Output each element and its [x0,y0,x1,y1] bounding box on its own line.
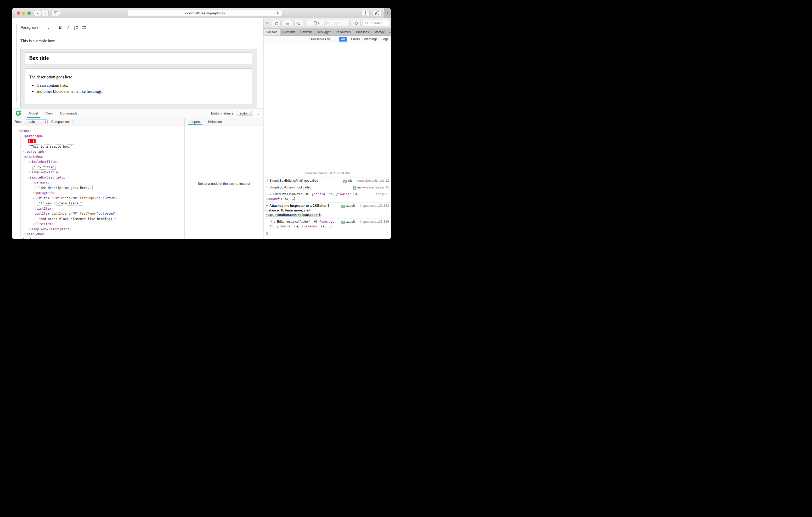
compact-text-checkbox[interactable] [74,120,77,123]
search-scope-chevron-icon: ⌄ [369,22,371,25]
detach-inspector-button[interactable] [272,20,281,26]
sidebar-icon [54,11,58,15]
devtools-tab-console[interactable]: Console [263,29,280,35]
root-select[interactable]: main ▲▼ [25,119,48,124]
new-tab-button[interactable]: + [384,8,391,18]
description-list-item[interactable]: and other block elements like headings. [36,89,248,94]
back-button[interactable]: ‹ [34,10,41,16]
paragraph-style-label: Paragraph [21,25,38,30]
devtools-search-field[interactable]: ⌄ Search [363,20,389,26]
bulleted-list-button[interactable] [80,24,88,31]
description-list-item[interactable]: It can contain lists, [36,83,248,88]
model-tag-close[interactable]: </$root> [18,237,184,239]
model-text-node[interactable]: "The description goes here." [37,185,184,191]
model-tag-open[interactable]: <$root> [18,129,184,134]
filter-option-warnings[interactable]: Warnings [364,37,377,41]
model-selection-marker[interactable]: [ ] [28,139,184,144]
model-text-node[interactable]: "This is a simple box:" [28,144,184,150]
simple-box-description[interactable]: The description goes here. It can contai… [25,68,252,104]
preserve-log-checkbox[interactable] [306,38,310,41]
model-tag-close[interactable]: </simpleBox> [23,232,184,237]
preserve-log-control[interactable]: Preserve Log [306,37,330,41]
model-tag-open[interactable]: <simpleBoxTitle> [28,159,184,165]
sidebar-toggle-button[interactable] [52,10,60,16]
editor-instance-select[interactable]: editor ▲▼ [237,111,253,116]
model-text-node[interactable]: "Box title" [32,165,184,170]
editor-toolbar: Paragraph ⌄ B I 12 [17,23,261,32]
model-tag-open[interactable]: <paragraph> [23,134,184,139]
console-source-link[interactable]: finit — essentials.js:35 [353,185,389,190]
filter-option-errors[interactable]: Errors [351,37,360,41]
inspector-tab-commands[interactable]: Commands [58,109,79,118]
disclosure-triangle-icon[interactable]: ▼ [266,205,268,207]
node-tab-inspect[interactable]: Inspect [188,118,202,125]
editor-content[interactable]: This is a simple box: Box title The desc… [17,32,261,103]
node-tab-selection[interactable]: Selection [206,118,224,125]
model-tag-close[interactable]: </paragraph> [23,149,184,154]
console-log-row[interactable]: fattach — inspector.js:133:326▶Editor in… [263,218,391,230]
close-inspector-button[interactable]: ✕ [265,21,269,25]
devtools-tab-storage[interactable]: Storage [372,29,387,35]
inspector-tab-view[interactable]: View [44,109,54,118]
more-tabs-icon[interactable]: » [387,29,391,35]
console-log-row[interactable]: finit — essentials.js:35SimpleBoxUI#init… [263,184,391,191]
model-tag-open[interactable]: <simpleBox> [23,154,184,160]
resource-summary[interactable]: 4 0 0 [306,20,349,26]
search-icon [365,22,368,25]
console-source-link[interactable]: fattach — inspector.js:133:326 [341,219,389,224]
console-log-row[interactable]: fattach — inspector.js:133:182▼Attached … [263,202,391,218]
disclosure-triangle-icon[interactable]: ▶ [274,221,276,223]
italic-button[interactable]: I [64,24,72,31]
forward-button[interactable]: › [41,10,49,16]
model-text-node[interactable]: "It can contain lists," [37,201,184,206]
tab-overview-button[interactable] [373,10,381,16]
model-text-node[interactable]: "and other block elements like headings.… [37,216,184,222]
bold-button[interactable]: B [56,24,64,31]
simple-box-title[interactable]: Box title [25,52,252,64]
console-source-link[interactable]: app.js:31 [376,192,389,196]
warning-count: 0 [334,22,341,25]
model-tag-close[interactable]: </simpleBoxTitle> [28,170,184,175]
zoom-window-button[interactable] [27,11,31,14]
share-button[interactable] [361,10,370,16]
minimize-window-button[interactable] [22,11,25,14]
resource-count: 4 [314,22,320,25]
model-tag-open[interactable]: <listItem listIndent="0" listType="bulle… [32,211,184,216]
filter-option-all[interactable]: All [339,37,347,41]
element-picker-button[interactable] [352,20,361,26]
devtools-tab-timelines[interactable]: Timelines [353,29,372,35]
close-window-button[interactable] [17,11,20,14]
filter-option-logs[interactable]: Logs [381,37,388,41]
console-log-row[interactable]: finit — simpleboxediting.js:12SimpleBoxE… [263,177,391,184]
reload-icon[interactable]: ↻ [277,11,280,15]
description-paragraph[interactable]: The description goes here. [29,75,248,80]
model-tag-open[interactable]: <simpleBoxDescription> [28,175,184,180]
disclosure-triangle-icon[interactable]: ▶ [270,193,271,196]
model-tag-close[interactable]: </paragraph> [32,190,184,196]
devtools-toolbar: ✕ [263,18,391,29]
svg-text:2: 2 [74,28,75,30]
model-tag-close[interactable]: </simpleBoxDescription> [28,227,184,232]
devtools-tab-resources[interactable]: Resources [333,29,353,35]
model-tag-open[interactable]: <listItem listIndent="0" listType="bulle… [32,196,184,201]
console-prompt[interactable]: ❯ [263,230,391,239]
address-bar[interactable]: localhost/creating-a-plugin/ ↻ [128,10,282,16]
model-tag-close[interactable]: </listItem> [32,206,184,211]
dock-bottom-button[interactable] [283,20,292,26]
numbered-list-button[interactable]: 12 [72,24,80,31]
devtools-tab-debugger[interactable]: Debugger [314,29,333,35]
inspector-tab-model[interactable]: Model [27,109,40,118]
paragraph-style-dropdown[interactable]: Paragraph ⌄ [21,25,50,30]
intro-paragraph[interactable]: This is a simple box: [21,39,258,43]
root-value: main [28,120,35,124]
console-log-row[interactable]: app.js:31▶Editor was initialized – Hl {c… [263,191,391,202]
console-source-link[interactable]: fattach — inspector.js:133:182 [341,204,389,213]
model-tag-close[interactable]: </listItem> [32,222,184,227]
devtools-tab-elements[interactable]: Elements [280,29,298,35]
model-tag-open[interactable]: <paragraph> [32,180,184,185]
console-source-link[interactable]: finit — simpleboxediting.js:12 [343,179,389,183]
simple-box-widget[interactable]: Box title The description goes here. It … [21,49,257,110]
reload-page-button[interactable] [294,20,303,26]
collapse-inspector-icon[interactable]: ⌄ [256,111,261,116]
devtools-tab-network[interactable]: Network [298,29,314,35]
